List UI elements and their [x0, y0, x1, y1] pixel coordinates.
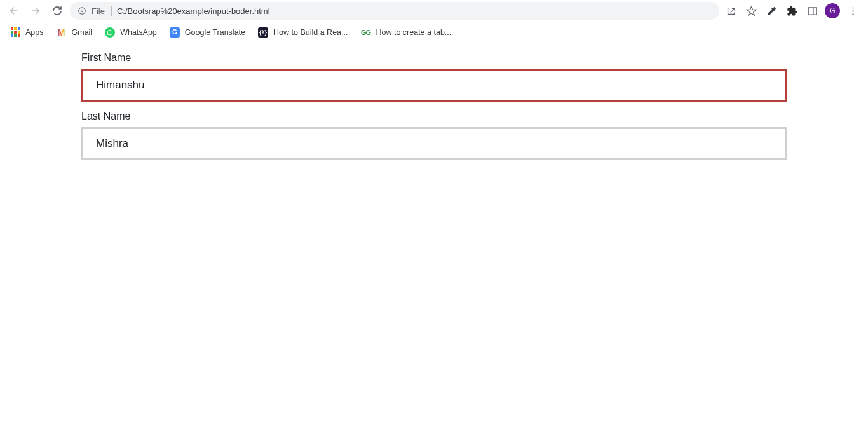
- url-scheme: File: [92, 6, 112, 16]
- forward-button[interactable]: [27, 2, 44, 20]
- bookmark-apps[interactable]: Apps: [5, 25, 49, 40]
- profile-initial: G: [829, 6, 835, 15]
- bookmark-label: Gmail: [72, 28, 93, 37]
- extensions-icon[interactable]: [784, 3, 799, 18]
- first-name-group: First Name: [81, 52, 787, 102]
- star-icon[interactable]: [743, 3, 759, 18]
- bookmark-label: How to create a tab...: [376, 28, 451, 37]
- last-name-input[interactable]: [81, 127, 787, 160]
- code-icon: {λ}: [258, 27, 268, 38]
- reload-button[interactable]: [48, 2, 66, 20]
- translate-icon: G: [170, 27, 180, 38]
- bookmark-label: WhatsApp: [120, 28, 157, 37]
- gfg-icon: GG: [360, 27, 370, 38]
- url-path: C:/Bootsrap%20example/input-boder.html: [117, 6, 270, 16]
- sidepanel-icon[interactable]: [804, 3, 820, 18]
- svg-rect-4: [808, 7, 817, 14]
- profile-avatar[interactable]: G: [825, 3, 840, 18]
- bookmarks-bar: Apps M Gmail WhatsApp G Google Translate…: [0, 22, 868, 43]
- whatsapp-icon: [105, 27, 115, 38]
- page-content: First Name Last Name: [0, 43, 868, 178]
- address-bar[interactable]: File C:/Bootsrap%20example/input-boder.h…: [70, 2, 719, 20]
- svg-point-8: [852, 13, 853, 15]
- back-button[interactable]: [5, 2, 23, 20]
- eyedropper-icon[interactable]: [764, 3, 779, 18]
- last-name-label: Last Name: [81, 111, 787, 122]
- bookmark-translate[interactable]: G Google Translate: [165, 25, 250, 40]
- bookmark-label: Apps: [25, 28, 44, 37]
- first-name-label: First Name: [81, 52, 787, 64]
- toolbar-actions: G: [723, 3, 863, 18]
- bookmark-label: How to Build a Rea...: [273, 28, 348, 37]
- info-icon: [78, 6, 86, 15]
- bookmark-gfg[interactable]: GG How to create a tab...: [355, 25, 456, 40]
- browser-toolbar: File C:/Bootsrap%20example/input-boder.h…: [0, 0, 868, 22]
- first-name-input[interactable]: [81, 69, 787, 102]
- svg-point-6: [852, 7, 853, 8]
- share-icon[interactable]: [723, 3, 738, 18]
- apps-icon: [10, 27, 20, 38]
- last-name-group: Last Name: [81, 111, 787, 160]
- bookmark-build[interactable]: {λ} How to Build a Rea...: [253, 25, 353, 40]
- bookmark-label: Google Translate: [185, 28, 245, 37]
- gmail-icon: M: [57, 27, 67, 38]
- svg-point-7: [852, 10, 853, 11]
- bookmark-gmail[interactable]: M Gmail: [51, 25, 98, 40]
- menu-icon[interactable]: [845, 3, 860, 18]
- svg-marker-3: [747, 6, 756, 15]
- bookmark-whatsapp[interactable]: WhatsApp: [100, 25, 162, 40]
